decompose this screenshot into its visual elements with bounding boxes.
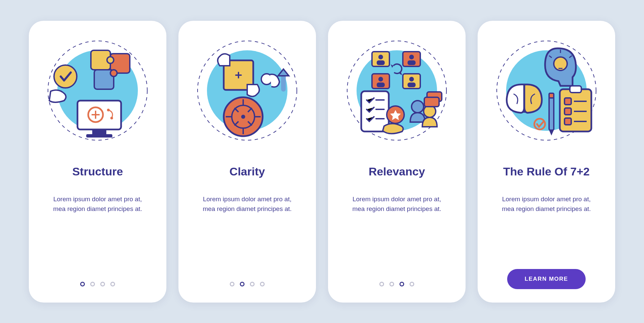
svg-rect-9 xyxy=(92,129,106,134)
svg-rect-10 xyxy=(86,134,112,138)
brain-checklist-icon xyxy=(493,37,600,144)
svg-rect-32 xyxy=(377,83,385,87)
svg-rect-49 xyxy=(549,93,554,98)
people-network-icon xyxy=(343,37,450,144)
svg-point-40 xyxy=(412,101,424,113)
dot[interactable] xyxy=(410,282,414,286)
onboarding-card-rule-of-7: The Rule Of 7+2 Lorem ipsum dolor amet p… xyxy=(478,21,615,303)
puzzle-computer-icon xyxy=(44,37,151,144)
svg-point-33 xyxy=(409,77,414,82)
svg-point-6 xyxy=(107,57,114,63)
svg-point-20 xyxy=(241,115,245,119)
card-title: The Rule Of 7+2 xyxy=(503,165,590,178)
card-body: Lorem ipsum dolor amet pro at, mea regio… xyxy=(197,194,298,214)
svg-rect-53 xyxy=(565,108,571,115)
learn-more-button[interactable]: LEARN MORE xyxy=(507,269,585,289)
card-body: Lorem ipsum dolor amet pro at, mea regio… xyxy=(47,194,148,214)
svg-point-27 xyxy=(378,55,383,59)
target-hands-icon xyxy=(194,37,301,144)
svg-rect-52 xyxy=(565,98,571,105)
svg-rect-43 xyxy=(424,97,439,107)
svg-rect-30 xyxy=(408,60,416,65)
card-body: Lorem ipsum dolor amet pro at, mea regio… xyxy=(346,194,447,214)
svg-rect-51 xyxy=(570,86,581,93)
pagination-dots xyxy=(379,282,414,286)
onboarding-carousel: Structure Lorem ipsum dolor amet pro at,… xyxy=(21,7,623,316)
dot[interactable] xyxy=(250,282,255,286)
dot[interactable] xyxy=(379,282,384,286)
dot[interactable] xyxy=(90,282,95,286)
onboarding-card-relevancy: Relevancy Lorem ipsum dolor amet pro at,… xyxy=(328,21,466,303)
onboarding-card-structure: Structure Lorem ipsum dolor amet pro at,… xyxy=(29,21,166,303)
card-title: Relevancy xyxy=(369,165,425,178)
card-title: Clarity xyxy=(229,165,265,178)
card-body: Lorem ipsum dolor amet pro at, mea regio… xyxy=(496,194,597,214)
card-title: Structure xyxy=(72,165,123,178)
svg-rect-34 xyxy=(408,83,416,87)
svg-rect-28 xyxy=(377,60,385,65)
pagination-dots xyxy=(230,282,265,286)
svg-point-29 xyxy=(409,55,414,59)
dot[interactable] xyxy=(389,282,394,286)
svg-point-7 xyxy=(110,70,117,76)
dot[interactable] xyxy=(80,282,85,286)
dot[interactable] xyxy=(110,282,115,286)
svg-rect-54 xyxy=(565,118,571,125)
dot[interactable] xyxy=(399,282,404,286)
svg-point-2 xyxy=(54,65,77,88)
dot[interactable] xyxy=(260,282,265,286)
svg-point-31 xyxy=(378,77,383,82)
dot[interactable] xyxy=(230,282,234,286)
svg-rect-48 xyxy=(549,97,554,130)
onboarding-card-clarity: Clarity Lorem ipsum dolor amet pro at, m… xyxy=(178,21,316,303)
dot[interactable] xyxy=(100,282,105,286)
pagination-dots xyxy=(80,282,115,286)
dot[interactable] xyxy=(240,282,245,286)
